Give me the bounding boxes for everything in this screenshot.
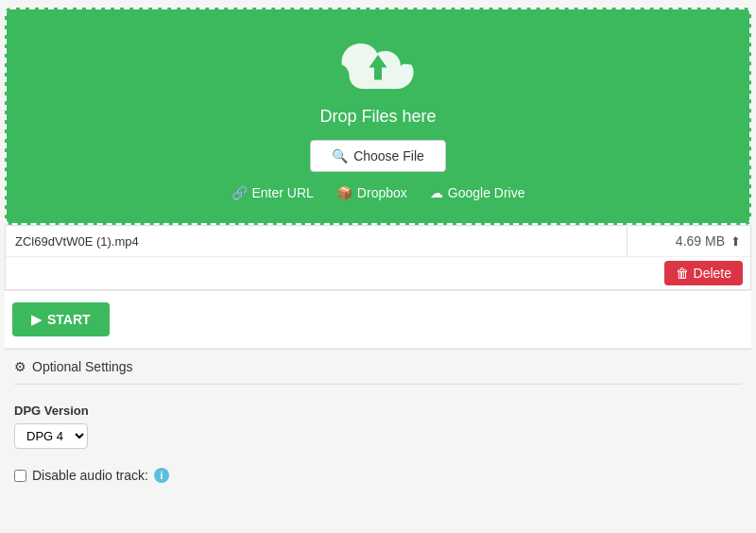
- optional-settings-panel: ⚙ Optional Settings DPG Version DPG 4 DP…: [5, 349, 751, 490]
- drop-zone[interactable]: Drop Files here 🔍 Choose File 🔗 Enter UR…: [5, 8, 751, 225]
- disable-audio-label: Disable audio track:: [32, 468, 148, 483]
- chevron-right-icon: ▶: [31, 312, 42, 327]
- file-size: 4.69 MB ⬆: [627, 226, 750, 256]
- file-name: ZCl69dVtW0E (1).mp4: [6, 227, 627, 256]
- start-button[interactable]: ▶ START: [12, 302, 110, 336]
- info-icon[interactable]: i: [154, 468, 169, 483]
- file-actions: 🗑 Delete: [6, 257, 750, 289]
- enter-url-label: Enter URL: [252, 185, 314, 200]
- file-size-value: 4.69 MB: [676, 233, 725, 249]
- dropbox-label: Dropbox: [357, 185, 407, 200]
- drop-files-text: Drop Files here: [319, 107, 436, 127]
- external-links-row: 🔗 Enter URL 📦 Dropbox ☁ Google Drive: [232, 185, 525, 200]
- cloud-upload-icon: [340, 33, 416, 99]
- trash-icon: 🗑: [676, 266, 689, 281]
- dpg-version-label: DPG Version: [14, 404, 742, 418]
- gear-icon: ⚙: [14, 359, 26, 374]
- disable-audio-checkbox[interactable]: [14, 470, 26, 482]
- dpg-version-select[interactable]: DPG 4 DPG 3 DPG 2 DPG 1: [14, 423, 88, 449]
- settings-header: ⚙ Optional Settings: [14, 359, 742, 385]
- file-list: ZCl69dVtW0E (1).mp4 4.69 MB ⬆ 🗑 Delete: [5, 225, 751, 290]
- choose-file-label: Choose File: [353, 148, 424, 163]
- start-row: ▶ START: [5, 290, 751, 349]
- settings-content: DPG Version DPG 4 DPG 3 DPG 2 DPG 1 Disa…: [14, 396, 742, 490]
- google-drive-link[interactable]: ☁ Google Drive: [430, 185, 525, 200]
- dropbox-icon: 📦: [336, 185, 352, 200]
- delete-button[interactable]: 🗑 Delete: [664, 261, 743, 285]
- upload-icon: ⬆: [730, 234, 741, 249]
- link-icon: 🔗: [232, 185, 248, 200]
- dropbox-link[interactable]: 📦 Dropbox: [336, 185, 407, 200]
- enter-url-link[interactable]: 🔗 Enter URL: [232, 185, 314, 200]
- file-row: ZCl69dVtW0E (1).mp4 4.69 MB ⬆: [6, 226, 750, 257]
- search-icon: 🔍: [332, 148, 348, 163]
- choose-file-button[interactable]: 🔍 Choose File: [310, 140, 446, 172]
- disable-audio-row: Disable audio track: i: [14, 468, 742, 483]
- settings-header-label: Optional Settings: [32, 359, 133, 374]
- googledrive-icon: ☁: [430, 185, 443, 200]
- delete-label: Delete: [694, 266, 731, 281]
- google-drive-label: Google Drive: [448, 185, 525, 200]
- start-label: START: [47, 312, 91, 327]
